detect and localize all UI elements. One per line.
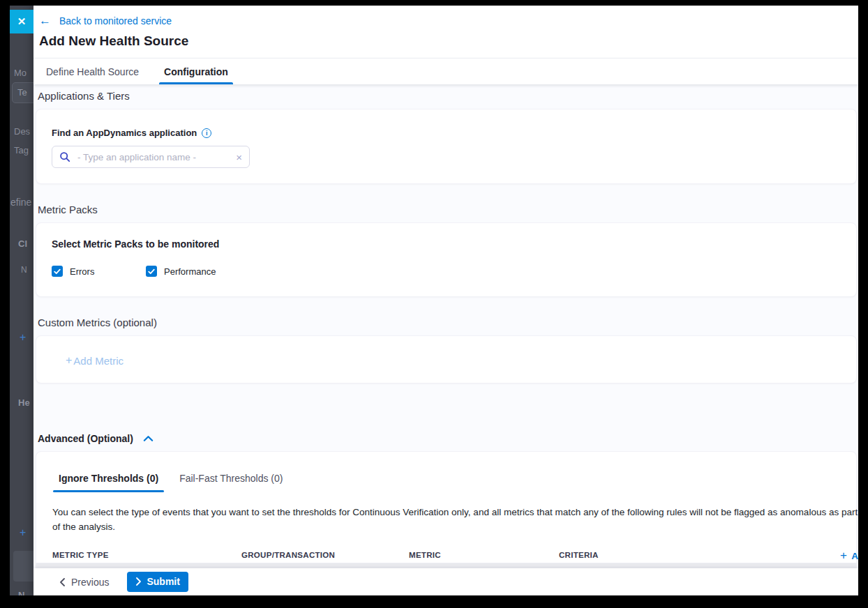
- previous-button[interactable]: Previous: [59, 577, 109, 588]
- checkbox-checked-icon: [52, 266, 63, 277]
- backdrop-fragment: efine: [10, 197, 31, 208]
- content-bottom-strip: [36, 563, 857, 568]
- add-metric-button[interactable]: + Add Metric: [66, 354, 124, 367]
- checkbox-errors[interactable]: Errors: [52, 266, 146, 277]
- backdrop-plus-icon: +: [20, 526, 26, 539]
- add-health-source-drawer: ← Back to monitored service Add New Heal…: [33, 6, 858, 595]
- metric-packs-row: Errors Performance: [52, 266, 841, 277]
- chevron-right-icon: [135, 577, 142, 586]
- thresholds-description: You can select the type of events that y…: [52, 505, 856, 534]
- checkbox-checked-icon: [146, 266, 157, 277]
- tab-configuration[interactable]: Configuration: [164, 59, 228, 84]
- backdrop-fragment: Tag: [14, 145, 29, 155]
- chevron-up-icon: [143, 435, 154, 442]
- back-to-monitored-service-link[interactable]: ← Back to monitored service: [39, 15, 172, 26]
- search-icon: [59, 151, 70, 162]
- thresholds-tabbar: Ignore Thresholds (0) Fail-Fast Threshol…: [36, 473, 856, 490]
- column-criteria: CRITERIA: [559, 551, 599, 559]
- backdrop-fragment: N: [18, 590, 24, 595]
- backdrop-fragment: He: [18, 397, 30, 408]
- page-title: Add New Health Source: [39, 33, 858, 58]
- backdrop-fragment: Des: [14, 126, 30, 137]
- checkbox-performance[interactable]: Performance: [146, 266, 216, 277]
- configuration-content: Applications & Tiers Find an AppDynamics…: [33, 84, 858, 568]
- checkbox-label: Performance: [164, 266, 216, 277]
- column-metric: METRIC: [409, 551, 441, 559]
- custom-metrics-heading: Custom Metrics (optional): [38, 317, 858, 328]
- add-threshold-button[interactable]: + Add Threshold: [840, 549, 858, 563]
- drawer-header: ← Back to monitored service Add New Heal…: [33, 6, 858, 58]
- backdrop-fragment: N: [21, 265, 27, 275]
- close-drawer-button[interactable]: ✕: [10, 10, 33, 33]
- chevron-left-icon: [59, 578, 66, 586]
- backdrop-fragment: Cl: [18, 238, 27, 249]
- thresholds-description-line1: You can select the type of events that y…: [52, 505, 856, 519]
- clear-search-icon[interactable]: ×: [236, 152, 242, 162]
- previous-button-label: Previous: [71, 577, 109, 588]
- tab-define-health-source[interactable]: Define Health Source: [46, 59, 139, 84]
- advanced-optional-toggle[interactable]: Advanced (Optional): [38, 433, 858, 444]
- backdrop-fragment: Mo: [14, 68, 27, 78]
- find-application-label: Find an AppDynamics application i: [52, 128, 841, 138]
- find-application-label-text: Find an AppDynamics application: [52, 128, 197, 138]
- thresholds-table-header: METRIC TYPE GROUP/TRANSACTION METRIC CRI…: [36, 551, 856, 562]
- plus-icon: +: [66, 354, 72, 367]
- info-icon[interactable]: i: [202, 128, 211, 138]
- submit-button-label: Submit: [147, 576, 179, 587]
- column-metric-type: METRIC TYPE: [52, 551, 109, 559]
- metric-packs-subtitle: Select Metric Packs to be monitored: [52, 238, 841, 250]
- column-group-transaction: GROUP/TRANSACTION: [241, 551, 335, 559]
- advanced-thresholds-card: Ignore Thresholds (0) Fail-Fast Threshol…: [36, 451, 857, 563]
- metric-packs-card: Select Metric Packs to be monitored Erro…: [36, 222, 857, 297]
- checkbox-label: Errors: [70, 266, 94, 277]
- back-arrow-icon: ←: [39, 15, 51, 26]
- application-search-box: ×: [52, 146, 250, 168]
- custom-metrics-card: + Add Metric: [36, 335, 857, 383]
- close-icon: ✕: [17, 15, 27, 28]
- submit-button[interactable]: Submit: [127, 572, 188, 592]
- tab-ignore-thresholds[interactable]: Ignore Thresholds (0): [59, 473, 158, 490]
- dimmed-backdrop: Mo Te Des Tag efine Cl N + He + N: [10, 6, 33, 595]
- backdrop-plus-icon: +: [20, 331, 26, 344]
- thresholds-description-line2: of the analysis.: [52, 519, 856, 534]
- add-threshold-label: Add Threshold: [851, 551, 858, 561]
- drawer-footer: Previous Submit: [33, 568, 858, 595]
- plus-icon: +: [840, 549, 847, 563]
- tab-fail-fast-thresholds[interactable]: Fail-Fast Thresholds (0): [179, 473, 283, 490]
- application-search-input[interactable]: [77, 152, 229, 162]
- health-source-tabbar: Define Health Source Configuration: [33, 58, 858, 84]
- advanced-optional-label: Advanced (Optional): [38, 433, 133, 444]
- metric-packs-heading: Metric Packs: [38, 204, 858, 215]
- back-link-label: Back to monitored service: [59, 15, 172, 26]
- add-metric-label: Add Metric: [73, 355, 124, 367]
- applications-tiers-card: Find an AppDynamics application i ×: [36, 109, 857, 184]
- applications-tiers-heading: Applications & Tiers: [38, 90, 858, 102]
- backdrop-button-fragment: [13, 551, 33, 582]
- backdrop-input-fragment: Te: [12, 82, 33, 103]
